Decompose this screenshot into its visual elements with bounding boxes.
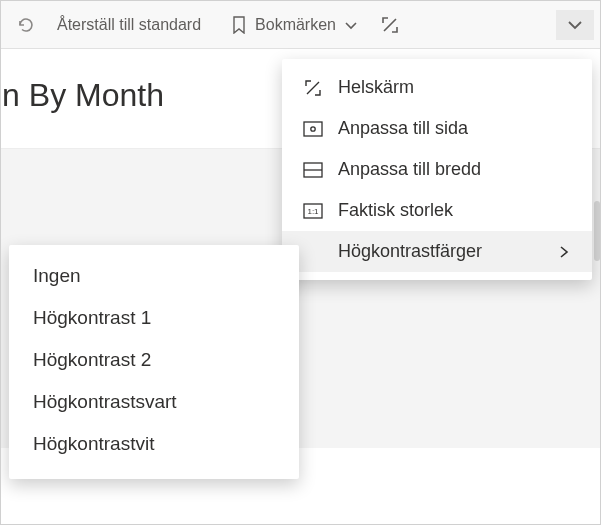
menu-item-label: Anpassa till sida [338,118,572,139]
undo-button[interactable] [7,9,43,41]
menu-item-label: Högkontrastvit [33,433,275,455]
contrast-option-black[interactable]: Högkontrastsvart [9,381,299,423]
contrast-option-none[interactable]: Ingen [9,255,299,297]
view-menu: Helskärm Anpassa till sida Anpassa till … [282,59,592,280]
menu-item-fit-to-page[interactable]: Anpassa till sida [282,108,592,149]
menu-item-label: Anpassa till bredd [338,159,572,180]
menu-item-actual-size[interactable]: 1:1 Faktisk storlek [282,190,592,231]
menu-item-fullscreen[interactable]: Helskärm [282,67,592,108]
bookmarks-button[interactable]: Bokmärken [221,10,368,40]
bookmark-icon [231,16,247,34]
svg-rect-0 [304,122,322,136]
reset-label: Återställ till standard [57,16,201,34]
actual-size-icon: 1:1 [302,203,324,219]
fullscreen-icon [380,15,400,35]
menu-item-label: Ingen [33,265,275,287]
high-contrast-submenu: Ingen Högkontrast 1 Högkontrast 2 Högkon… [9,245,299,479]
contrast-option-1[interactable]: Högkontrast 1 [9,297,299,339]
reset-to-default-button[interactable]: Återställ till standard [47,10,211,40]
undo-icon [15,15,35,35]
contrast-option-white[interactable]: Högkontrastvit [9,423,299,465]
contrast-option-2[interactable]: Högkontrast 2 [9,339,299,381]
fit-page-icon [302,121,324,137]
chevron-right-icon [558,245,572,259]
scrollbar-vertical[interactable] [594,201,600,261]
bookmarks-label: Bokmärken [255,16,336,34]
menu-item-label: Högkontrast 1 [33,307,275,329]
fullscreen-button[interactable] [372,9,408,41]
menu-item-fit-to-width[interactable]: Anpassa till bredd [282,149,592,190]
view-menu-toggle[interactable] [556,10,594,40]
menu-item-label: Högkontrastfärger [338,241,544,262]
chevron-down-icon [344,18,358,32]
menu-item-label: Faktisk storlek [338,200,572,221]
menu-item-label: Högkontrast 2 [33,349,275,371]
svg-point-1 [311,126,315,130]
toolbar: Återställ till standard Bokmärken [1,1,600,49]
menu-item-label: Högkontrastsvart [33,391,275,413]
chevron-down-icon [566,16,584,34]
menu-item-label: Helskärm [338,77,572,98]
svg-text:1:1: 1:1 [307,207,319,216]
fit-width-icon [302,162,324,178]
menu-item-high-contrast-colors[interactable]: Högkontrastfärger [282,231,592,272]
fullscreen-icon [302,78,324,98]
